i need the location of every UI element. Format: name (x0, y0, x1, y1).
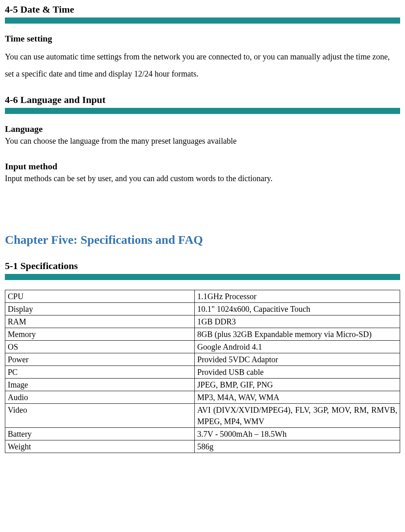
spec-value: AVI (DIVX/XVID/MPEG4), FLV, 3GP, MOV, RM… (195, 404, 400, 428)
table-row: CPU1.1GHz Processor (5, 290, 400, 303)
table-row: ImageJPEG, BMP, GIF, PNG (5, 379, 400, 391)
spec-value: 1GB DDR3 (195, 315, 400, 328)
spec-label: PC (5, 366, 195, 379)
spec-value: Provided 5VDC Adaptor (195, 353, 400, 366)
spec-label: Video (5, 404, 195, 428)
table-row: Battery3.7V - 5000mAh – 18.5Wh (5, 428, 400, 440)
specifications-table: CPU1.1GHz ProcessorDisplay10.1" 1024x600… (5, 290, 400, 453)
spec-label: Battery (5, 428, 195, 440)
table-row: OSGoogle Android 4.1 (5, 341, 400, 353)
table-row: PCProvided USB cable (5, 366, 400, 379)
table-row: RAM1GB DDR3 (5, 315, 400, 328)
table-row: VideoAVI (DIVX/XVID/MPEG4), FLV, 3GP, MO… (5, 404, 400, 428)
spec-label: CPU (5, 290, 195, 303)
paragraph-time-setting: You can use automatic time settings from… (5, 48, 400, 82)
section-title-4-5: 4-5 Date & Time (5, 4, 400, 15)
spec-value: 586g (195, 440, 400, 453)
spec-label: Power (5, 353, 195, 366)
chapter-title: Chapter Five: Specifications and FAQ (5, 233, 400, 247)
subheading-language: Language (5, 124, 400, 134)
divider-bar (5, 108, 400, 114)
spec-value: Provided USB cable (195, 366, 400, 379)
spec-label: Display (5, 303, 195, 315)
divider-bar (5, 274, 400, 280)
spec-value: JPEG, BMP, GIF, PNG (195, 379, 400, 391)
spec-value: 1.1GHz Processor (195, 290, 400, 303)
table-row: AudioMP3, M4A, WAV, WMA (5, 391, 400, 404)
subheading-input-method: Input method (5, 161, 400, 172)
spec-label: Audio (5, 391, 195, 404)
section-title-4-6: 4-6 Language and Input (5, 94, 400, 105)
spec-value: Google Android 4.1 (195, 341, 400, 353)
spec-value: MP3, M4A, WAV, WMA (195, 391, 400, 404)
spec-label: Memory (5, 328, 195, 341)
spec-label: Image (5, 379, 195, 391)
table-row: Weight586g (5, 440, 400, 453)
table-row: PowerProvided 5VDC Adaptor (5, 353, 400, 366)
subheading-time-setting: Time setting (5, 33, 400, 44)
paragraph-input-method: Input methods can be set by user, and yo… (5, 173, 400, 184)
spec-label: OS (5, 341, 195, 353)
spec-value: 8GB (plus 32GB Expandable memory via Mic… (195, 328, 400, 341)
spec-label: RAM (5, 315, 195, 328)
paragraph-language: You can choose the language from the man… (5, 135, 400, 147)
spec-value: 10.1" 1024x600, Capacitive Touch (195, 303, 400, 315)
table-row: Display10.1" 1024x600, Capacitive Touch (5, 303, 400, 315)
spec-value: 3.7V - 5000mAh – 18.5Wh (195, 428, 400, 440)
table-row: Memory8GB (plus 32GB Expandable memory v… (5, 328, 400, 341)
divider-bar (5, 18, 400, 24)
spec-label: Weight (5, 440, 195, 453)
section-title-5-1: 5-1 Specifications (5, 261, 400, 271)
